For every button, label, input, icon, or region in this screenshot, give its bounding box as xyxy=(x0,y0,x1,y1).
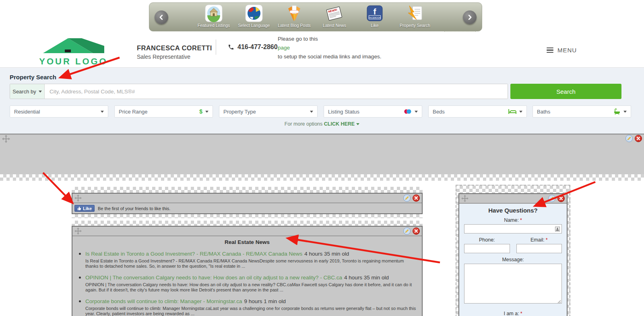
toolbar-item-label: Latest News xyxy=(323,23,346,28)
news-age: 4 hours 35 min old xyxy=(304,251,349,257)
dollar-icon: $ xyxy=(199,108,202,115)
phone-label: Phone: xyxy=(464,237,510,243)
pencil-icon xyxy=(627,136,631,140)
news-widget: Real Estate News Is Real Estate in Toron… xyxy=(72,226,423,316)
chevron-left-icon xyxy=(158,14,165,21)
news-headline-link[interactable]: OPINION | The conversation Calgary needs… xyxy=(85,275,342,281)
notice-page-link[interactable]: page xyxy=(278,45,290,51)
name-field[interactable] xyxy=(464,224,562,233)
empty-widget-strip xyxy=(0,134,644,174)
close-icon xyxy=(559,196,563,200)
remove-widget-button[interactable] xyxy=(557,195,565,202)
required-asterisk: * xyxy=(520,311,522,316)
have-questions-widget: Have Questions? Name:* Phone: xyxy=(456,185,570,316)
transparent-band xyxy=(72,214,423,218)
chevron-down-icon xyxy=(205,111,208,113)
move-handle[interactable] xyxy=(2,135,10,145)
logo-roof-icon xyxy=(41,36,106,54)
pencil-icon xyxy=(550,196,554,200)
logo[interactable]: YOUR LOGO INCOM OFFICE SAMPLE xyxy=(30,36,117,72)
edit-widget-button[interactable] xyxy=(403,227,411,235)
menu-label: MENU xyxy=(557,47,577,54)
toolbar-item-label: Featured Listings xyxy=(198,23,230,28)
setup-notice: Please go to this page to setup the soci… xyxy=(278,35,381,61)
pencil-icon xyxy=(405,196,409,200)
filter-beds[interactable]: Beds xyxy=(428,105,527,118)
required-asterisk: * xyxy=(520,217,522,223)
move-handle[interactable] xyxy=(74,227,82,236)
news-headline-link[interactable]: Is Real Estate in Toronto a Good Investm… xyxy=(85,251,302,257)
notice-line1: Please go to this xyxy=(278,35,381,43)
agent-role: Sales Representative xyxy=(137,54,190,60)
news-age: 4 hours 35 min old xyxy=(344,275,389,281)
chevron-right-icon xyxy=(466,14,473,21)
move-handle[interactable] xyxy=(74,194,82,203)
blog-icon xyxy=(285,4,303,22)
edit-widget-button[interactable] xyxy=(548,195,555,202)
filter-property-type[interactable]: Property Type xyxy=(219,105,318,118)
search-by-dropdown[interactable]: Search by xyxy=(10,84,45,99)
email-field[interactable] xyxy=(516,244,562,253)
close-icon xyxy=(414,196,418,200)
close-icon xyxy=(636,136,640,140)
hamburger-icon xyxy=(547,48,553,53)
like-widget: Like Be the first of your friends to lik… xyxy=(72,193,423,214)
filter-baths[interactable]: Baths xyxy=(533,105,631,118)
news-item: Is Real Estate in Toronto a Good Investm… xyxy=(85,250,418,269)
house-icon xyxy=(205,4,223,22)
close-icon xyxy=(414,229,418,233)
pencil-icon xyxy=(405,229,409,233)
remove-widget-button[interactable] xyxy=(413,227,420,235)
search-button[interactable]: Search xyxy=(510,84,621,99)
news-summary: OPINION | The conversation Calgary needs… xyxy=(85,282,418,293)
phone-link[interactable]: 416-477-2860 xyxy=(228,43,278,51)
toolbar-item-property-search[interactable]: Property Search xyxy=(395,4,435,28)
bath-icon xyxy=(613,108,621,115)
thumbs-up-icon xyxy=(77,207,81,211)
newspaper-icon: NEWS! xyxy=(326,4,343,22)
edit-widget-button[interactable] xyxy=(403,194,411,202)
required-asterisk: * xyxy=(546,237,548,243)
toolbar-item-select-language[interactable]: Select Language xyxy=(234,4,274,28)
more-options: For more options CLICK HERE xyxy=(0,121,644,127)
contact-autofill-icon[interactable] xyxy=(555,227,560,231)
facebook-like-button[interactable]: Like xyxy=(74,205,95,212)
globe-icon xyxy=(245,4,263,22)
page: Featured Listings Select Language xyxy=(0,0,644,316)
toolbar-prev-button[interactable] xyxy=(155,10,168,24)
svg-text:FACEBOOK: FACEBOOK xyxy=(369,17,381,19)
toolbar-next-button[interactable] xyxy=(463,10,477,24)
header-divider xyxy=(216,39,216,55)
filter-listing-status[interactable]: Listing Status xyxy=(324,105,422,118)
toolbar-item-latest-blog-posts[interactable]: Latest Blog Posts xyxy=(274,4,314,28)
transparent-band xyxy=(72,187,423,193)
widget-toolbar: Featured Listings Select Language xyxy=(149,2,482,31)
toolbar-item-like[interactable]: f FACEBOOK Like xyxy=(355,4,395,28)
chevron-down-icon xyxy=(310,111,313,113)
chevron-down-icon xyxy=(356,123,359,125)
chevron-down-icon xyxy=(39,91,42,93)
toolbar-item-label: Property Search xyxy=(400,23,430,28)
remove-widget-button[interactable] xyxy=(413,194,420,202)
toolbar-item-featured-listings[interactable]: Featured Listings xyxy=(194,4,234,28)
search-input[interactable] xyxy=(45,84,508,99)
move-handle[interactable] xyxy=(461,195,469,204)
chevron-down-icon xyxy=(415,111,418,113)
logo-title: YOUR LOGO xyxy=(30,56,117,67)
message-field[interactable] xyxy=(464,264,562,304)
chevron-down-icon xyxy=(101,111,104,113)
filter-price-range[interactable]: Price Range $ xyxy=(114,105,213,118)
like-message: Be the first of your friends to like thi… xyxy=(98,206,170,211)
menu-button[interactable]: MENU xyxy=(547,47,577,54)
iam-label: I am a: xyxy=(504,311,519,316)
remove-widget-button[interactable] xyxy=(635,135,642,142)
edit-widget-button[interactable] xyxy=(625,135,633,142)
toolbar-item-label: Like xyxy=(371,23,378,28)
transparent-band xyxy=(72,221,423,226)
click-here-link[interactable]: CLICK HERE xyxy=(324,121,355,127)
filter-residential[interactable]: Residential xyxy=(10,105,108,118)
have-questions-title: Have Questions? xyxy=(464,207,562,214)
news-headline-link[interactable]: Corporate bonds will continue to climb: … xyxy=(85,298,242,304)
phone-field[interactable] xyxy=(464,244,510,253)
toolbar-item-latest-news[interactable]: NEWS! Latest News xyxy=(314,4,355,28)
